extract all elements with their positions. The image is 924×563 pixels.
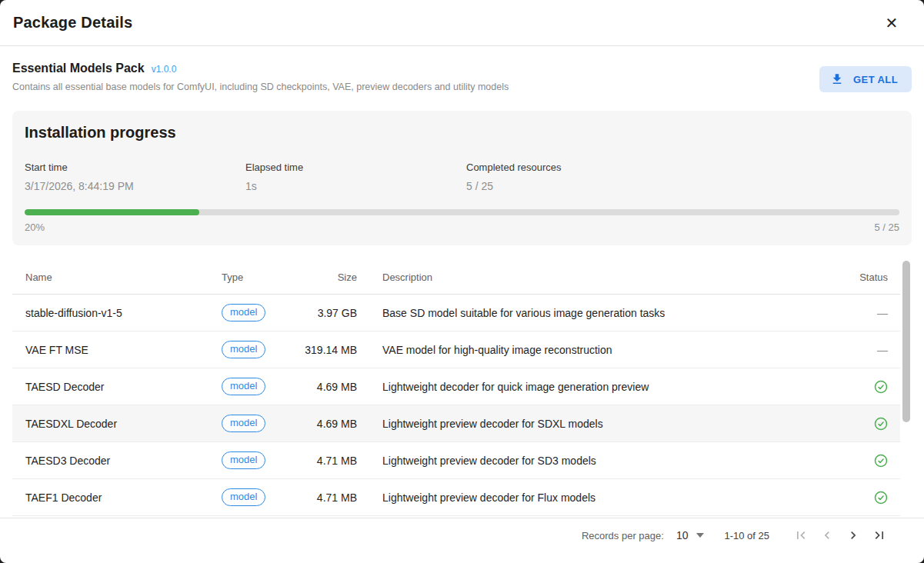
table-row[interactable]: TAESD3 Decoder model 4.71 MB Lightweight… xyxy=(12,442,900,479)
get-all-button[interactable]: GET ALL xyxy=(819,66,912,92)
stat-value: 5 / 25 xyxy=(466,180,687,192)
type-chip: model xyxy=(222,304,265,322)
row-size: 319.14 MB xyxy=(299,344,357,356)
row-description: VAE model for high-quality image reconst… xyxy=(357,344,851,356)
row-size: 4.69 MB xyxy=(299,381,357,393)
progress-bar xyxy=(25,209,899,215)
column-header-name: Name xyxy=(12,272,222,283)
row-status: — xyxy=(851,380,900,394)
stat-completed-resources: Completed resources 5 / 25 xyxy=(466,162,687,192)
row-description: Lightweight preview decoder for Flux mod… xyxy=(357,491,851,504)
stat-value: 1s xyxy=(245,180,466,192)
modal-header: Package Details ✕ xyxy=(0,0,924,46)
type-chip: model xyxy=(222,415,265,433)
stat-start-time: Start time 3/17/2026, 8:44:19 PM xyxy=(25,162,245,192)
row-size: 4.71 MB xyxy=(299,455,357,467)
stat-label: Start time xyxy=(25,162,245,173)
table-row[interactable]: TAESDXL Decoder model 4.69 MB Lightweigh… xyxy=(12,405,900,442)
vertical-scrollbar-thumb[interactable] xyxy=(902,261,910,422)
column-header-type: Type xyxy=(222,272,299,283)
progress-count-label: 5 / 25 xyxy=(874,222,899,233)
package-description: Contains all essential base models for C… xyxy=(12,82,912,92)
status-done-icon xyxy=(874,380,888,394)
progress-stats: Start time 3/17/2026, 8:44:19 PM Elapsed… xyxy=(25,162,899,192)
row-size: 4.69 MB xyxy=(299,418,357,430)
row-name: TAESDXL Decoder xyxy=(12,418,222,430)
progress-percent-label: 20% xyxy=(25,222,45,233)
table-header-row: Name Type Size Description Status xyxy=(12,260,900,295)
page-range-label: 1-10 of 25 xyxy=(724,530,769,541)
page-title: Package Details xyxy=(13,14,132,32)
row-name: VAE FT MSE xyxy=(12,344,222,356)
table-row[interactable]: VAE FT MSE model 319.14 MB VAE model for… xyxy=(12,331,900,368)
progress-bar-fill xyxy=(25,209,199,215)
next-page-button[interactable] xyxy=(840,522,866,548)
status-done-icon xyxy=(874,491,888,505)
column-header-status: Status xyxy=(851,272,900,283)
row-status: — xyxy=(851,417,900,431)
row-name: TAESD Decoder xyxy=(12,381,222,393)
page-size-value: 10 xyxy=(676,529,689,541)
status-pending-dash: — xyxy=(877,344,888,356)
close-icon: ✕ xyxy=(886,15,899,31)
row-description: Lightweight preview decoder for SDXL mod… xyxy=(357,418,851,430)
stat-label: Completed resources xyxy=(466,162,687,173)
chevron-down-icon xyxy=(696,533,704,538)
type-chip: model xyxy=(222,451,265,470)
package-info-section: Essential Models Pack v1.0.0 Contains al… xyxy=(0,46,924,111)
row-description: Lightweight preview decoder for SD3 mode… xyxy=(357,455,851,467)
table-body: stable-diffusion-v1-5 model 3.97 GB Base… xyxy=(12,295,900,516)
last-page-button[interactable] xyxy=(866,522,892,548)
progress-title: Installation progress xyxy=(25,124,899,142)
type-chip: model xyxy=(222,378,265,396)
column-header-description: Description xyxy=(357,272,851,283)
row-size: 3.97 GB xyxy=(299,307,357,319)
type-chip: model xyxy=(222,488,265,507)
row-description: Base SD model suitable for various image… xyxy=(357,307,851,319)
package-version-badge: v1.0.0 xyxy=(152,64,177,75)
row-name: stable-diffusion-v1-5 xyxy=(12,307,222,319)
row-name: TAEF1 Decoder xyxy=(12,491,222,504)
package-name: Essential Models Pack xyxy=(12,62,145,75)
row-description: Lightweight decoder for quick image gene… xyxy=(357,381,851,393)
get-all-label: GET ALL xyxy=(853,74,898,85)
table-row[interactable]: TAEF1 Decoder model 4.71 MB Lightweight … xyxy=(12,479,900,516)
download-icon xyxy=(830,72,844,86)
stat-value: 3/17/2026, 8:44:19 PM xyxy=(25,180,245,192)
package-details-modal: Package Details ✕ Essential Models Pack … xyxy=(0,0,924,563)
column-header-size: Size xyxy=(299,272,357,283)
row-status: — xyxy=(851,307,900,319)
row-status: — xyxy=(851,454,900,468)
installation-progress-panel: Installation progress Start time 3/17/20… xyxy=(12,111,912,245)
records-per-page-label: Records per page: xyxy=(582,530,664,541)
status-done-icon xyxy=(874,417,888,431)
row-size: 4.71 MB xyxy=(299,491,357,504)
type-chip: model xyxy=(222,341,265,359)
row-name: TAESD3 Decoder xyxy=(12,455,222,467)
close-button[interactable]: ✕ xyxy=(881,12,902,34)
first-page-button[interactable] xyxy=(788,522,814,548)
status-done-icon xyxy=(874,454,888,468)
table-row[interactable]: stable-diffusion-v1-5 model 3.97 GB Base… xyxy=(12,295,900,331)
chevron-left-icon xyxy=(819,528,835,543)
previous-page-button[interactable] xyxy=(814,522,840,548)
table-row[interactable]: TAESD Decoder model 4.69 MB Lightweight … xyxy=(12,368,900,405)
row-status: — xyxy=(851,491,900,505)
chevron-right-icon xyxy=(846,528,861,543)
status-pending-dash: — xyxy=(877,307,888,319)
resources-table: Name Type Size Description Status stable… xyxy=(12,260,912,518)
stat-elapsed-time: Elapsed time 1s xyxy=(245,162,466,192)
row-status: — xyxy=(851,344,900,356)
first-page-icon xyxy=(793,528,809,543)
stat-label: Elapsed time xyxy=(245,162,466,173)
last-page-icon xyxy=(872,528,887,543)
records-per-page-select[interactable]: 10 xyxy=(676,529,705,541)
pagination-bar: Records per page: 10 1-10 of 25 xyxy=(0,518,924,563)
